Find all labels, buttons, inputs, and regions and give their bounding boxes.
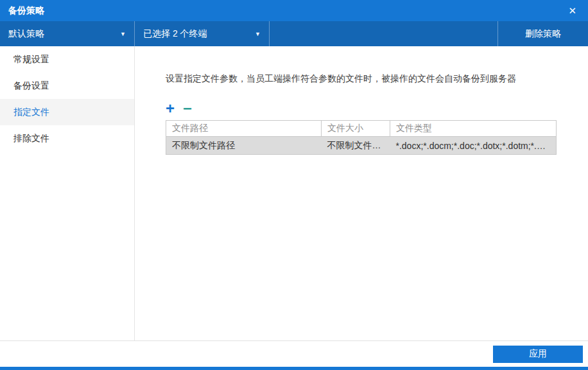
sidebar-item-label: 指定文件 xyxy=(13,107,49,118)
policy-dropdown-value: 默认策略 xyxy=(8,28,44,40)
cell-file-path: 不限制文件路径 xyxy=(166,137,322,155)
cell-file-size: 不限制文件大小 xyxy=(322,137,390,155)
close-icon[interactable]: ✕ xyxy=(566,4,578,17)
column-header-file-path: 文件路径 xyxy=(166,121,322,137)
backup-policy-dialog: 备份策略 ✕ 默认策略 ▼ 已选择 2 个终端 ▼ 删除策略 常规设置 备份设置… xyxy=(0,0,588,370)
policy-dropdown[interactable]: 默认策略 ▼ xyxy=(0,21,135,46)
dialog-body: 常规设置 备份设置 指定文件 排除文件 设置指定文件参数，当员工端操作符合参数的… xyxy=(0,46,588,340)
sidebar-item-label: 备份设置 xyxy=(13,80,49,92)
sidebar-item-label: 常规设置 xyxy=(13,54,49,66)
specified-files-panel: 设置指定文件参数，当员工端操作符合参数的文件时，被操作的文件会自动备份到服务器 … xyxy=(135,46,588,340)
file-rule-actions: + − xyxy=(166,103,556,114)
sidebar-item-label: 排除文件 xyxy=(13,133,49,145)
delete-policy-label: 删除策略 xyxy=(525,28,561,40)
table-row[interactable]: 不限制文件路径 不限制文件大小 *.docx;*.docm;*.doc;*.do… xyxy=(166,137,557,155)
chevron-down-icon: ▼ xyxy=(120,31,126,37)
sidebar-item-excluded-files[interactable]: 排除文件 xyxy=(0,125,134,152)
window-bottom-border xyxy=(0,367,588,370)
sidebar-item-backup-settings[interactable]: 备份设置 xyxy=(0,73,134,99)
add-icon[interactable]: + xyxy=(166,103,175,114)
apply-button[interactable]: 应用 xyxy=(493,346,583,363)
remove-icon[interactable]: − xyxy=(183,103,192,114)
dialog-footer: 应用 xyxy=(0,340,588,367)
table-header-row: 文件路径 文件大小 文件类型 xyxy=(166,121,557,137)
column-header-file-type: 文件类型 xyxy=(390,121,557,137)
settings-sidebar: 常规设置 备份设置 指定文件 排除文件 xyxy=(0,46,135,340)
terminal-dropdown[interactable]: 已选择 2 个终端 ▼ xyxy=(135,21,270,46)
delete-policy-button[interactable]: 删除策略 xyxy=(497,21,588,46)
policy-toolbar: 默认策略 ▼ 已选择 2 个终端 ▼ 删除策略 xyxy=(0,21,588,46)
sidebar-item-specified-files[interactable]: 指定文件 xyxy=(0,99,134,125)
cell-file-type: *.docx;*.docm;*.doc;*.dotx;*.dotm;*.dot;… xyxy=(390,137,557,155)
column-header-file-size: 文件大小 xyxy=(322,121,390,137)
panel-description: 设置指定文件参数，当员工端操作符合参数的文件时，被操作的文件会自动备份到服务器 xyxy=(166,73,556,85)
window-title: 备份策略 xyxy=(8,5,44,17)
sidebar-item-general-settings[interactable]: 常规设置 xyxy=(0,46,134,73)
chevron-down-icon: ▼ xyxy=(255,31,261,37)
title-bar: 备份策略 ✕ xyxy=(0,0,588,21)
toolbar-spacer xyxy=(270,21,497,46)
file-rules-table: 文件路径 文件大小 文件类型 不限制文件路径 不限制文件大小 *.docx;*.… xyxy=(166,120,557,155)
terminal-dropdown-value: 已选择 2 个终端 xyxy=(143,28,207,40)
